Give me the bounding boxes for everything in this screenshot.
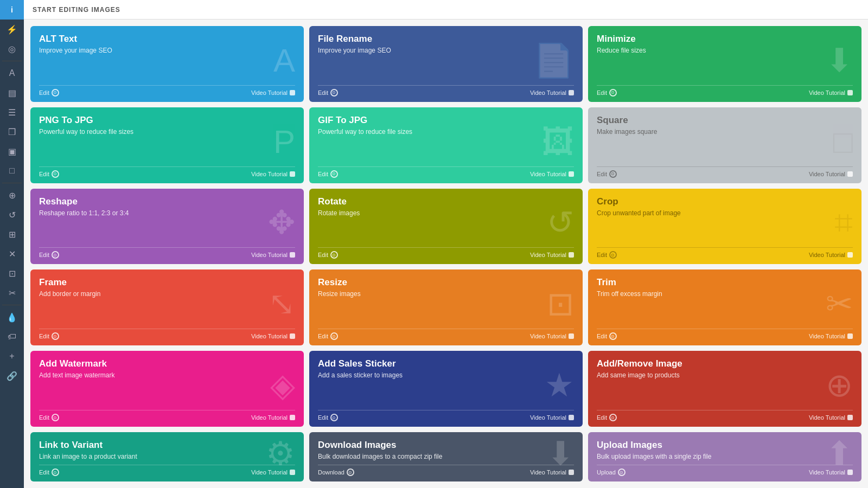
card-png-to-jpg[interactable]: P PNG To JPG Powerful way to reduce file… bbox=[30, 107, 304, 183]
plus-circle-icon[interactable]: ⊕ bbox=[0, 185, 24, 205]
card-upload-images[interactable]: ⬆ Upload Images Bulk upload images with … bbox=[588, 432, 861, 481]
card-video-label-gif-to-jpg: Video Tutorial bbox=[530, 171, 566, 177]
sidebar-top-icon[interactable]: i bbox=[0, 0, 24, 20]
card-edit-crop[interactable]: Edit ⊙ bbox=[597, 251, 617, 259]
card-download-images[interactable]: ⬇ Download Images Bulk download images t… bbox=[309, 432, 583, 481]
card-video-alt-text[interactable]: Video Tutorial bbox=[251, 89, 295, 96]
card-title-minimize: Minimize bbox=[597, 34, 853, 44]
card-video-minimize[interactable]: Video Tutorial bbox=[809, 89, 853, 96]
list-icon[interactable]: ☰ bbox=[0, 102, 24, 122]
cross-icon[interactable]: ✕ bbox=[0, 244, 24, 264]
card-edit-alt-text[interactable]: Edit ⊙ bbox=[39, 89, 59, 97]
card-edit-add-watermark[interactable]: Edit ⊙ bbox=[39, 414, 59, 421]
card-frame[interactable]: ⤡ Frame Add border or margin Edit ⊙ Vide… bbox=[30, 269, 304, 345]
card-video-add-remove-image[interactable]: Video Tutorial bbox=[809, 414, 853, 421]
card-edit-download-images[interactable]: Download ⊙ bbox=[318, 468, 354, 476]
card-video-crop[interactable]: Video Tutorial bbox=[809, 252, 853, 258]
card-edit-minimize[interactable]: Edit ⊙ bbox=[597, 89, 617, 97]
card-edit-trim[interactable]: Edit ⊙ bbox=[597, 332, 617, 340]
card-add-remove-image[interactable]: ⊕ Add/Remove Image Add same image to pro… bbox=[588, 351, 861, 427]
card-video-add-sales-sticker[interactable]: Video Tutorial bbox=[530, 414, 574, 421]
card-video-upload-images[interactable]: Video Tutorial bbox=[809, 469, 853, 476]
card-edit-frame[interactable]: Edit ⊙ bbox=[39, 332, 59, 340]
card-rotate[interactable]: ↺ Rotate Rotate images Edit ⊙ Video Tuto… bbox=[309, 189, 583, 265]
grid-icon[interactable]: ⊞ bbox=[0, 224, 24, 244]
card-video-file-rename[interactable]: Video Tutorial bbox=[530, 89, 574, 96]
card-desc-crop: Crop unwanted part of image bbox=[597, 209, 853, 217]
card-edit-link-to-variant[interactable]: Edit ⊙ bbox=[39, 468, 59, 476]
cards-grid: A ALT Text Improve your image SEO Edit ⊙… bbox=[24, 20, 868, 488]
card-video-icon-png-to-jpg bbox=[290, 171, 295, 177]
text-a-icon[interactable]: A bbox=[0, 63, 24, 83]
card-video-trim[interactable]: Video Tutorial bbox=[809, 333, 853, 339]
frame-icon[interactable]: ⊡ bbox=[0, 264, 24, 283]
card-edit-reshape[interactable]: Edit ⊙ bbox=[39, 251, 59, 259]
scissors-icon[interactable]: ✂ bbox=[0, 283, 24, 303]
card-footer-frame: Edit ⊙ Video Tutorial bbox=[39, 329, 295, 340]
card-trim[interactable]: ✂ Trim Trim off excess margin Edit ⊙ Vid… bbox=[588, 269, 861, 345]
copy-icon[interactable]: ❒ bbox=[0, 122, 24, 142]
link-icon[interactable]: 🔗 bbox=[0, 366, 24, 386]
image-icon[interactable]: ▣ bbox=[0, 142, 24, 161]
card-desc-resize: Resize images bbox=[318, 290, 574, 298]
card-gif-to-jpg[interactable]: 🖼 GIF To JPG Powerful way to reduce file… bbox=[309, 107, 583, 183]
flash-icon[interactable]: ⚡ bbox=[0, 20, 24, 39]
card-square[interactable]: □ Square Make images square Edit ⊙ Video… bbox=[588, 107, 861, 183]
card-video-download-images[interactable]: Video Tutorial bbox=[530, 469, 574, 476]
card-edit-file-rename[interactable]: Edit ⊙ bbox=[318, 89, 338, 97]
card-title-add-remove-image: Add/Remove Image bbox=[597, 358, 853, 369]
card-title-reshape: Reshape bbox=[39, 196, 295, 207]
card-edit-label-reshape: Edit bbox=[39, 252, 49, 258]
card-video-icon-reshape bbox=[290, 252, 295, 258]
card-crop[interactable]: ⌗ Crop Crop unwanted part of image Edit … bbox=[588, 189, 861, 265]
target-icon[interactable]: ◎ bbox=[0, 39, 24, 59]
card-file-rename[interactable]: 📄 File Rename Improve your image SEO Edi… bbox=[309, 26, 583, 102]
card-edit-square[interactable]: Edit ⊙ bbox=[597, 170, 617, 178]
card-alt-text[interactable]: A ALT Text Improve your image SEO Edit ⊙… bbox=[30, 26, 304, 102]
card-video-label-alt-text: Video Tutorial bbox=[251, 89, 288, 96]
card-add-watermark[interactable]: ◈ Add Watermark Add text image watermark… bbox=[30, 351, 304, 427]
card-title-gif-to-jpg: GIF To JPG bbox=[318, 115, 574, 126]
doc-icon[interactable]: ▤ bbox=[0, 83, 24, 102]
card-edit-png-to-jpg[interactable]: Edit ⊙ bbox=[39, 170, 59, 178]
card-reshape[interactable]: ✥ Reshape Reshape ratio to 1:1, 2:3 or 3… bbox=[30, 189, 304, 265]
card-video-gif-to-jpg[interactable]: Video Tutorial bbox=[530, 171, 574, 177]
card-edit-add-sales-sticker[interactable]: Edit ⊙ bbox=[318, 414, 338, 421]
card-edit-icon-reshape: ⊙ bbox=[52, 251, 59, 259]
card-edit-label-upload-images: Upload bbox=[597, 469, 616, 476]
drop-icon[interactable]: 💧 bbox=[0, 307, 24, 327]
card-link-to-variant[interactable]: ⚙ Link to Variant Link an image to a pro… bbox=[30, 432, 304, 481]
card-edit-label-add-remove-image: Edit bbox=[597, 414, 607, 421]
card-resize[interactable]: ⊡ Resize Resize images Edit ⊙ Video Tuto… bbox=[309, 269, 583, 345]
tag-icon[interactable]: 🏷 bbox=[0, 327, 24, 346]
card-title-rotate: Rotate bbox=[318, 196, 574, 207]
card-edit-add-remove-image[interactable]: Edit ⊙ bbox=[597, 414, 617, 421]
card-edit-resize[interactable]: Edit ⊙ bbox=[318, 332, 338, 340]
card-footer-file-rename: Edit ⊙ Video Tutorial bbox=[318, 85, 574, 97]
card-edit-rotate[interactable]: Edit ⊙ bbox=[318, 251, 338, 259]
card-video-rotate[interactable]: Video Tutorial bbox=[530, 252, 574, 258]
plus-icon[interactable]: + bbox=[0, 346, 24, 366]
card-video-frame[interactable]: Video Tutorial bbox=[251, 333, 295, 339]
card-edit-gif-to-jpg[interactable]: Edit ⊙ bbox=[318, 170, 338, 178]
card-video-reshape[interactable]: Video Tutorial bbox=[251, 252, 295, 258]
card-video-add-watermark[interactable]: Video Tutorial bbox=[251, 414, 295, 421]
card-footer-add-remove-image: Edit ⊙ Video Tutorial bbox=[597, 410, 853, 421]
card-edit-label-minimize: Edit bbox=[597, 89, 607, 96]
card-add-sales-sticker[interactable]: ★ Add Sales Sticker Add a sales sticker … bbox=[309, 351, 583, 427]
card-video-png-to-jpg[interactable]: Video Tutorial bbox=[251, 171, 295, 177]
refresh-icon[interactable]: ↺ bbox=[0, 205, 24, 224]
sidebar-divider-1 bbox=[2, 61, 21, 61]
card-desc-png-to-jpg: Powerful way to reduce file sizes bbox=[39, 128, 295, 136]
card-edit-upload-images[interactable]: Upload ⊙ bbox=[597, 468, 626, 476]
card-video-square[interactable]: Video Tutorial bbox=[809, 171, 853, 177]
card-minimize[interactable]: ⬇ Minimize Reduce file sizes Edit ⊙ Vide… bbox=[588, 26, 861, 102]
card-desc-frame: Add border or margin bbox=[39, 290, 295, 298]
card-edit-icon-trim: ⊙ bbox=[609, 332, 617, 340]
box-icon[interactable]: □ bbox=[0, 161, 24, 181]
card-video-resize[interactable]: Video Tutorial bbox=[530, 333, 574, 339]
card-video-link-to-variant[interactable]: Video Tutorial bbox=[251, 469, 295, 476]
card-footer-trim: Edit ⊙ Video Tutorial bbox=[597, 329, 853, 340]
card-video-icon-square bbox=[847, 171, 853, 177]
card-video-icon-resize bbox=[569, 333, 574, 339]
